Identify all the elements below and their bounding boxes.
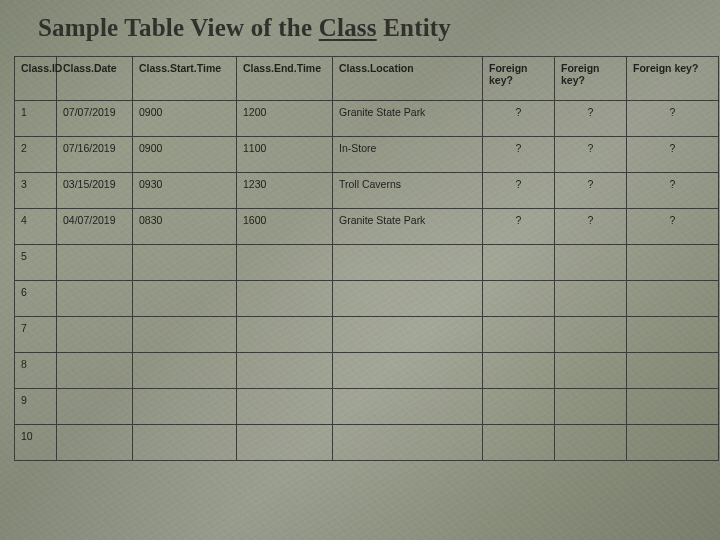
cell-class-start-time — [133, 245, 237, 281]
table-row: 9 — [15, 389, 719, 425]
title-suffix: Entity — [377, 14, 451, 41]
cell-foreign-key-1 — [483, 245, 555, 281]
cell-foreign-key-3 — [627, 281, 719, 317]
col-class-date: Class.Date — [57, 57, 133, 101]
cell-class-start-time: 0900 — [133, 137, 237, 173]
cell-foreign-key-1 — [483, 425, 555, 461]
cell-class-end-time: 1230 — [237, 173, 333, 209]
cell-foreign-key-2 — [555, 245, 627, 281]
cell-class-end-time: 1600 — [237, 209, 333, 245]
cell-class-id: 3 — [15, 173, 57, 209]
cell-class-end-time — [237, 425, 333, 461]
cell-foreign-key-3: ? — [627, 137, 719, 173]
cell-class-date: 03/15/2019 — [57, 173, 133, 209]
table-row: 10 — [15, 425, 719, 461]
table-row: 107/07/201909001200Granite State Park??? — [15, 101, 719, 137]
cell-class-location: Granite State Park — [333, 209, 483, 245]
cell-foreign-key-1 — [483, 353, 555, 389]
cell-foreign-key-2: ? — [555, 101, 627, 137]
title-entity: Class — [319, 14, 377, 41]
cell-class-location: In-Store — [333, 137, 483, 173]
cell-class-start-time: 0900 — [133, 101, 237, 137]
col-class-end-time: Class.End.Time — [237, 57, 333, 101]
cell-class-location — [333, 245, 483, 281]
cell-class-end-time — [237, 281, 333, 317]
cell-class-start-time — [133, 317, 237, 353]
cell-class-start-time: 0830 — [133, 209, 237, 245]
cell-class-id: 10 — [15, 425, 57, 461]
table-row: 404/07/201908301600Granite State Park??? — [15, 209, 719, 245]
cell-foreign-key-2: ? — [555, 209, 627, 245]
cell-class-date: 07/07/2019 — [57, 101, 133, 137]
cell-class-start-time — [133, 425, 237, 461]
table-row: 303/15/201909301230Troll Caverns??? — [15, 173, 719, 209]
cell-class-start-time — [133, 389, 237, 425]
cell-foreign-key-3 — [627, 317, 719, 353]
cell-foreign-key-2 — [555, 389, 627, 425]
cell-foreign-key-1: ? — [483, 173, 555, 209]
cell-class-id: 5 — [15, 245, 57, 281]
cell-foreign-key-3: ? — [627, 173, 719, 209]
cell-foreign-key-3 — [627, 389, 719, 425]
cell-class-date: 04/07/2019 — [57, 209, 133, 245]
cell-class-location: Troll Caverns — [333, 173, 483, 209]
cell-class-id: 6 — [15, 281, 57, 317]
cell-foreign-key-1 — [483, 389, 555, 425]
cell-class-location — [333, 317, 483, 353]
table-row: 7 — [15, 317, 719, 353]
cell-class-date — [57, 317, 133, 353]
cell-class-id: 4 — [15, 209, 57, 245]
col-foreign-key-3: Foreign key? — [627, 57, 719, 101]
cell-foreign-key-1: ? — [483, 137, 555, 173]
table-row: 6 — [15, 281, 719, 317]
title-prefix: Sample Table View of the — [38, 14, 319, 41]
cell-foreign-key-2: ? — [555, 173, 627, 209]
cell-class-id: 2 — [15, 137, 57, 173]
cell-foreign-key-3 — [627, 245, 719, 281]
cell-foreign-key-3 — [627, 425, 719, 461]
cell-class-date — [57, 389, 133, 425]
cell-foreign-key-2 — [555, 317, 627, 353]
cell-class-start-time: 0930 — [133, 173, 237, 209]
cell-class-location — [333, 281, 483, 317]
cell-class-start-time — [133, 353, 237, 389]
cell-class-date — [57, 353, 133, 389]
cell-foreign-key-2: ? — [555, 137, 627, 173]
table-row: 207/16/201909001100In-Store??? — [15, 137, 719, 173]
col-foreign-key-1: Foreign key? — [483, 57, 555, 101]
cell-foreign-key-2 — [555, 353, 627, 389]
cell-class-location — [333, 389, 483, 425]
cell-class-date — [57, 245, 133, 281]
cell-class-end-time — [237, 245, 333, 281]
cell-class-id: 7 — [15, 317, 57, 353]
cell-class-date — [57, 425, 133, 461]
class-entity-table: Class.ID Class.Date Class.Start.Time Cla… — [14, 56, 719, 461]
cell-foreign-key-3 — [627, 353, 719, 389]
cell-class-end-time: 1100 — [237, 137, 333, 173]
col-foreign-key-2: Foreign key? — [555, 57, 627, 101]
cell-class-end-time — [237, 317, 333, 353]
cell-class-location — [333, 425, 483, 461]
cell-foreign-key-3: ? — [627, 209, 719, 245]
cell-class-location — [333, 353, 483, 389]
page-title: Sample Table View of the Class Entity — [0, 0, 720, 46]
cell-class-date — [57, 281, 133, 317]
cell-foreign-key-3: ? — [627, 101, 719, 137]
table-row: 5 — [15, 245, 719, 281]
cell-foreign-key-2 — [555, 425, 627, 461]
cell-class-end-time: 1200 — [237, 101, 333, 137]
cell-class-location: Granite State Park — [333, 101, 483, 137]
table-header-row: Class.ID Class.Date Class.Start.Time Cla… — [15, 57, 719, 101]
cell-foreign-key-2 — [555, 281, 627, 317]
table-row: 8 — [15, 353, 719, 389]
cell-class-id: 9 — [15, 389, 57, 425]
cell-foreign-key-1 — [483, 317, 555, 353]
cell-foreign-key-1: ? — [483, 101, 555, 137]
col-class-start-time: Class.Start.Time — [133, 57, 237, 101]
cell-class-date: 07/16/2019 — [57, 137, 133, 173]
table-container: Class.ID Class.Date Class.Start.Time Cla… — [0, 46, 720, 461]
cell-class-id: 8 — [15, 353, 57, 389]
cell-foreign-key-1 — [483, 281, 555, 317]
col-class-id: Class.ID — [15, 57, 57, 101]
cell-class-id: 1 — [15, 101, 57, 137]
